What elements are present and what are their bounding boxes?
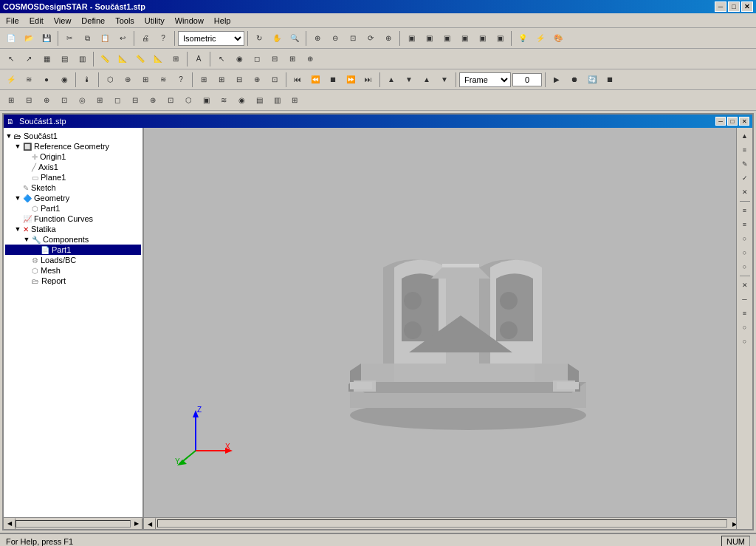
nav5-button[interactable]: ⊕: [302, 51, 318, 67]
menu-help[interactable]: Help: [210, 15, 236, 27]
tree-node-func-curves[interactable]: ▶ 📈 Function Curves: [5, 214, 141, 224]
copy-button[interactable]: ⧉: [79, 30, 95, 47]
sel2-button[interactable]: ↗: [21, 51, 37, 67]
expander-loads-bc[interactable]: ▶: [23, 256, 30, 264]
ex12[interactable]: ▣: [198, 92, 214, 109]
tree-node-components[interactable]: ▼ 🔧 Components: [5, 234, 141, 245]
expander-part1-comp[interactable]: ▶: [32, 246, 39, 253]
rp13[interactable]: ≡: [738, 307, 752, 320]
ex2[interactable]: ⊟: [21, 92, 37, 109]
doc-close[interactable]: ✕: [739, 117, 749, 126]
stop-btn[interactable]: ⏹: [602, 72, 618, 88]
ex16[interactable]: ▥: [269, 92, 285, 109]
open-button[interactable]: 📂: [21, 30, 37, 47]
play-end[interactable]: ⏭: [360, 72, 377, 88]
paste-button[interactable]: 📋: [97, 30, 113, 47]
record-btn[interactable]: ⏺: [566, 72, 583, 88]
nav1-button[interactable]: ◉: [231, 51, 247, 67]
anim-btn1[interactable]: ▲: [383, 72, 399, 88]
expander-report[interactable]: ▶: [23, 277, 30, 284]
b4[interactable]: ≋: [155, 72, 171, 88]
ex5[interactable]: ◎: [74, 92, 90, 109]
rp8[interactable]: ○: [738, 232, 752, 245]
measure3-button[interactable]: 📏: [132, 51, 148, 67]
ex7[interactable]: ◻: [109, 92, 126, 109]
sim1-button[interactable]: ⚡: [3, 72, 19, 88]
play-prev[interactable]: ⏪: [307, 72, 323, 88]
view5-button[interactable]: ▣: [474, 30, 490, 47]
tree-node-origin1[interactable]: ▶ ✛ Origin1: [5, 151, 141, 162]
play-next[interactable]: ⏩: [343, 72, 359, 88]
ex11[interactable]: ⬡: [180, 92, 196, 109]
ex3[interactable]: ⊕: [38, 92, 55, 109]
nav4-button[interactable]: ⊞: [284, 51, 300, 67]
play-start[interactable]: ⏮: [289, 72, 306, 88]
view3-button[interactable]: ▣: [439, 30, 455, 47]
doc-minimize[interactable]: ─: [715, 117, 726, 126]
ex8[interactable]: ⊟: [127, 92, 143, 109]
measure2-button[interactable]: 📐: [114, 51, 131, 67]
rp11[interactable]: ✕: [738, 279, 752, 292]
nav3-button[interactable]: ⊟: [267, 51, 283, 67]
sel1-button[interactable]: ↖: [3, 51, 19, 67]
doc-restore[interactable]: □: [727, 117, 738, 126]
menu-define[interactable]: Define: [77, 15, 109, 27]
filter1-button[interactable]: ⊞: [168, 51, 184, 67]
view-select[interactable]: Isometric Front Back Left Right Top Bott…: [178, 31, 244, 46]
menu-view[interactable]: View: [49, 15, 76, 27]
nav2-button[interactable]: ◻: [249, 51, 265, 67]
b2[interactable]: ⊕: [120, 72, 136, 88]
cut-button[interactable]: ✂: [61, 30, 78, 47]
rp9[interactable]: ○: [738, 246, 752, 259]
anim-btn3[interactable]: ▲: [419, 72, 435, 88]
b1[interactable]: ⬡: [102, 72, 118, 88]
zoom-out-button[interactable]: ⊖: [327, 30, 343, 47]
measure4-button[interactable]: 📐: [150, 51, 166, 67]
expander-func-curves[interactable]: ▶: [14, 215, 21, 222]
view6-button[interactable]: ▣: [492, 30, 508, 47]
b5[interactable]: ?: [173, 72, 189, 88]
zoom-in-button[interactable]: ⊕: [309, 30, 326, 47]
print-button[interactable]: 🖨: [137, 30, 154, 47]
expander-mesh[interactable]: ▶: [23, 267, 30, 274]
rp15[interactable]: ○: [738, 335, 752, 348]
rp7[interactable]: ≡: [738, 218, 752, 231]
help-button[interactable]: ?: [155, 30, 171, 47]
rotate-3d-button[interactable]: ⟳: [362, 30, 379, 47]
text-button[interactable]: A: [190, 51, 207, 67]
anim-btn2[interactable]: ▼: [401, 72, 417, 88]
tree-node-mesh[interactable]: ▶ ⬡ Mesh: [5, 265, 141, 276]
tree-node-axis1[interactable]: ▶ ╱ Axis1: [5, 162, 141, 172]
tree-node-part1-comp[interactable]: ▶ 📄 Part1: [5, 245, 141, 255]
tree-node-sketch[interactable]: ▶ ✎ Sketch: [5, 182, 141, 193]
loop-btn[interactable]: 🔄: [584, 72, 600, 88]
undo-button[interactable]: ↩: [114, 30, 131, 47]
tree-node-part1[interactable]: ▶ ⬡ Part1: [5, 203, 141, 214]
tree-node-ref-geom[interactable]: ▼ 🔲 Reference Geometry: [5, 141, 141, 151]
ex13[interactable]: ≋: [216, 92, 232, 109]
zoom-button[interactable]: 🔍: [286, 30, 303, 47]
b8[interactable]: ⊟: [231, 72, 247, 88]
tree-scroll-left[interactable]: ◀: [4, 518, 16, 530]
spin-button[interactable]: ⊕: [380, 30, 396, 47]
menu-window[interactable]: Window: [171, 15, 208, 27]
menu-tools[interactable]: Tools: [111, 15, 139, 27]
ex17[interactable]: ⊞: [286, 92, 303, 109]
expander-origin1[interactable]: ▶: [23, 153, 30, 160]
menu-utility[interactable]: Utility: [140, 15, 169, 27]
tree-node-soucást1[interactable]: ▼ 🗁 Součást1: [5, 131, 141, 141]
sel3-button[interactable]: ▦: [38, 51, 55, 67]
b10[interactable]: ⊡: [267, 72, 283, 88]
expander-part1[interactable]: ▶: [23, 205, 30, 212]
restore-button[interactable]: □: [728, 1, 740, 12]
measure1-button[interactable]: 📏: [97, 51, 113, 67]
light2-button[interactable]: ⚡: [532, 30, 549, 47]
frame-select[interactable]: Frame: [459, 72, 511, 87]
ex9[interactable]: ⊕: [145, 92, 161, 109]
close-button[interactable]: ✕: [741, 1, 753, 12]
rp3[interactable]: ✎: [738, 157, 752, 171]
tree-node-statika[interactable]: ▼ ✕ Statika: [5, 224, 141, 234]
scroll-left[interactable]: ◀: [144, 518, 156, 529]
menu-edit[interactable]: Edit: [25, 15, 48, 27]
ex1[interactable]: ⊞: [3, 92, 19, 109]
